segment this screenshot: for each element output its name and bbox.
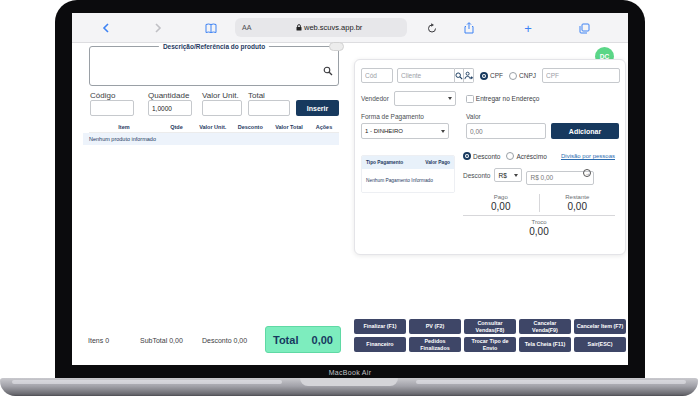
action-buttons: Finalizar (F1) PV (F2) Consultar Vendas(… bbox=[354, 319, 626, 352]
desconto-radio-label: Desconto bbox=[473, 153, 500, 160]
text-size-control[interactable]: AA bbox=[242, 24, 251, 31]
troco: Troco 0,00 bbox=[463, 219, 615, 237]
cnpj-radio[interactable] bbox=[509, 72, 517, 80]
valor-unit-label: Valor Unit. bbox=[202, 91, 239, 100]
forma-pagamento-label: Forma de Pagamento bbox=[361, 113, 424, 120]
checkout-card: CPF CNPJ Vendedor Entregar no Endereço F… bbox=[354, 59, 626, 255]
col-qtde: Qtde bbox=[159, 124, 194, 130]
back-icon[interactable] bbox=[98, 13, 114, 43]
items-empty-row: Nenhum produto informado bbox=[83, 133, 339, 145]
cnpj-radio-label: CNPJ bbox=[519, 72, 536, 79]
search-icon[interactable] bbox=[323, 62, 333, 80]
product-search-box[interactable]: Descrição/Referência do produto bbox=[89, 46, 339, 86]
consultar-vendas-button[interactable]: Consultar Vendas(F8) bbox=[464, 319, 516, 334]
vendedor-select[interactable] bbox=[394, 91, 456, 106]
entregar-checkbox[interactable] bbox=[466, 95, 474, 103]
col-acoes: Ações bbox=[309, 124, 339, 130]
cliente-input[interactable] bbox=[397, 68, 455, 83]
col-valor-pago: Valor Pago bbox=[425, 160, 450, 165]
lock-icon bbox=[296, 24, 302, 31]
cliente-search-icon[interactable] bbox=[455, 68, 464, 83]
cancelar-item-button[interactable]: Cancelar Item (F7) bbox=[574, 319, 626, 334]
pedidos-finalizados-button[interactable]: Pedidos Finalizados bbox=[409, 337, 461, 352]
valor-unit-input[interactable] bbox=[202, 100, 242, 116]
items-table-header: Item Qtde Valor Unit. Desconto Valor Tot… bbox=[89, 124, 339, 133]
currency-select[interactable]: R$ bbox=[494, 168, 522, 182]
laptop-notch bbox=[300, 378, 398, 386]
product-search-label: Descrição/Referência do produto bbox=[159, 43, 269, 50]
desconto-radio[interactable] bbox=[463, 152, 471, 160]
itens-count: Itens 0 bbox=[88, 337, 109, 344]
troco-label: Troco bbox=[463, 219, 615, 225]
address-bar[interactable]: AA web.scuvs.app.br bbox=[235, 18, 407, 37]
col-tipo-pagamento: Tipo Pagamento bbox=[366, 160, 403, 165]
tela-cheia-button[interactable]: Tela Cheia (F11) bbox=[519, 337, 571, 352]
url-text: web.scuvs.app.br bbox=[251, 23, 407, 32]
valor-input[interactable] bbox=[466, 123, 546, 139]
laptop-bezel: AA web.scuvs.app.br + Descrição/Referênc bbox=[55, 0, 645, 378]
browser-toolbar: AA web.scuvs.app.br + bbox=[72, 13, 628, 43]
adicionar-button[interactable]: Adicionar bbox=[551, 123, 619, 139]
cpf-input[interactable] bbox=[542, 68, 620, 83]
troco-value: 0,00 bbox=[463, 226, 615, 237]
inserir-button[interactable]: Inserir bbox=[296, 100, 339, 116]
restante-value: 0,00 bbox=[540, 201, 616, 212]
desconto-input-label: Desconto bbox=[463, 172, 490, 179]
trocar-tipo-envio-button[interactable]: Trocar Tipo de Envio bbox=[464, 337, 516, 352]
laptop-base bbox=[0, 378, 698, 396]
base-highlight-right bbox=[416, 380, 686, 384]
col-valor-unit: Valor Unit. bbox=[194, 124, 232, 130]
codigo-input[interactable] bbox=[90, 100, 134, 116]
pos-app: Descrição/Referência do produto Código Q… bbox=[72, 43, 628, 365]
screen: AA web.scuvs.app.br + Descrição/Referênc bbox=[72, 13, 628, 365]
cpf-radio[interactable] bbox=[480, 72, 488, 80]
total-label: Total bbox=[273, 334, 298, 346]
shortcut-badge bbox=[329, 42, 344, 51]
chevron-down-icon bbox=[448, 97, 452, 100]
tabs-icon[interactable] bbox=[576, 13, 592, 43]
acrescimo-radio-label: Acréscimo bbox=[516, 153, 546, 160]
total-box: Total 0,00 bbox=[265, 326, 341, 353]
col-item: Item bbox=[89, 124, 159, 130]
add-person-icon[interactable] bbox=[464, 68, 474, 83]
divisao-pessoas-link[interactable]: Divisão por pessoas bbox=[561, 153, 615, 159]
sair-button[interactable]: Sair(ESC) bbox=[574, 337, 626, 352]
share-icon[interactable] bbox=[461, 13, 477, 43]
payments-table: Tipo Pagamento Valor Pago Nenhum Pagamen… bbox=[361, 155, 455, 193]
financeiro-button[interactable]: Financeiro bbox=[354, 337, 406, 352]
cancelar-venda-button[interactable]: Cancelar Venda(F9) bbox=[519, 319, 571, 334]
discount-section: Desconto Acréscimo Divisão por pessoas D… bbox=[463, 152, 615, 237]
reload-icon[interactable] bbox=[424, 13, 440, 43]
acrescimo-radio[interactable] bbox=[506, 152, 514, 160]
new-tab-icon[interactable]: + bbox=[520, 13, 536, 43]
chevron-down-icon bbox=[514, 174, 518, 177]
pago-restante: Pago 0,00 Restante 0,00 bbox=[463, 194, 615, 216]
restante-label: Restante bbox=[540, 194, 616, 200]
finalizar-button[interactable]: Finalizar (F1) bbox=[354, 319, 406, 334]
desconto-summary: Desconto 0,00 bbox=[202, 337, 247, 344]
total-label: Total bbox=[248, 91, 265, 100]
cpf-radio-label: CPF bbox=[490, 72, 503, 79]
col-desconto: Desconto bbox=[232, 124, 270, 130]
macbook-label: MacBook Air bbox=[55, 369, 645, 376]
quantidade-label: Quantidade bbox=[148, 91, 189, 100]
payments-empty-row: Nenhum Pagamento Informado bbox=[362, 169, 454, 192]
bookmarks-icon[interactable] bbox=[202, 13, 220, 43]
cod-input[interactable] bbox=[361, 68, 393, 83]
total-input[interactable] bbox=[248, 100, 290, 116]
forma-pagamento-select[interactable]: 1 - DINHEIRO bbox=[361, 123, 449, 139]
chevron-down-icon bbox=[441, 130, 445, 133]
col-valor-total: Valor Total bbox=[269, 124, 309, 130]
pago-label: Pago bbox=[463, 194, 539, 200]
vendedor-label: Vendedor bbox=[361, 95, 389, 102]
valor-label: Valor bbox=[466, 113, 481, 120]
quantidade-input[interactable] bbox=[148, 100, 192, 116]
subtotal: SubTotal 0,00 bbox=[140, 337, 183, 344]
entregar-label: Entregar no Endereço bbox=[476, 95, 540, 102]
forward-icon[interactable] bbox=[150, 13, 166, 43]
base-highlight-left bbox=[12, 380, 282, 384]
pv-button[interactable]: PV (F2) bbox=[409, 319, 461, 334]
codigo-label: Código bbox=[90, 91, 115, 100]
pago-value: 0,00 bbox=[463, 201, 539, 212]
total-value: 0,00 bbox=[312, 334, 333, 346]
